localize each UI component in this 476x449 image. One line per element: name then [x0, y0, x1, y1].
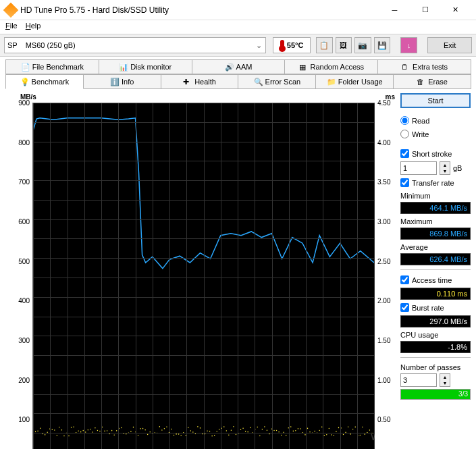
access-time-label: Access time — [412, 276, 452, 284]
svg-point-130 — [343, 434, 344, 435]
y2-tick: 2.00 — [377, 297, 396, 305]
svg-point-111 — [298, 428, 298, 429]
svg-point-59 — [174, 435, 174, 436]
svg-point-65 — [188, 427, 188, 428]
random-icon: ▦ — [299, 63, 307, 71]
write-radio[interactable] — [400, 130, 409, 138]
burst-rate-checkbox[interactable] — [400, 303, 409, 312]
y2-tick: 4.00 — [377, 138, 396, 146]
y2-tick: 4.50 — [377, 99, 396, 107]
svg-point-126 — [334, 435, 334, 436]
tab-erase[interactable]: 🗑Erase — [393, 74, 471, 89]
svg-point-17 — [73, 427, 74, 428]
svg-point-134 — [352, 429, 353, 430]
svg-point-23 — [88, 429, 88, 431]
drive-prefix: SP — [7, 41, 18, 49]
exit-button[interactable]: Exit — [427, 37, 472, 53]
svg-point-80 — [223, 426, 224, 427]
svg-point-106 — [286, 435, 286, 436]
svg-point-21 — [83, 430, 84, 431]
svg-point-98 — [267, 430, 267, 431]
menu-help[interactable]: Help — [26, 22, 41, 32]
minimize-button[interactable]: ─ — [379, 1, 410, 20]
passes-stepper[interactable]: ▲▼ — [440, 373, 450, 387]
short-stroke-input[interactable] — [400, 161, 437, 175]
save-button[interactable]: 💾 — [374, 37, 390, 53]
tab-folder-usage[interactable]: 📁Folder Usage — [315, 74, 394, 89]
svg-point-78 — [219, 429, 219, 430]
svg-point-82 — [228, 435, 229, 436]
access-time-checkbox[interactable] — [400, 275, 409, 284]
options-button[interactable]: ↓ — [400, 37, 417, 53]
svg-point-46 — [142, 428, 143, 429]
svg-point-44 — [138, 435, 138, 436]
toolbar: SP MS60 (250 gB) ⌄ 55°C 📋 🖼 📷 💾 ↓ Exit — [0, 34, 476, 57]
svg-point-139 — [365, 433, 365, 435]
svg-point-9 — [54, 429, 55, 431]
tab-error-scan[interactable]: 🔍Error Scan — [238, 74, 316, 89]
svg-point-129 — [340, 427, 341, 429]
error-icon: 🔍 — [254, 78, 262, 86]
tab-extra-tests[interactable]: 🗒Extra tests — [377, 59, 471, 74]
cpu-usage-label: CPU usage — [400, 331, 471, 339]
start-button[interactable]: Start — [400, 93, 471, 108]
progress-bar: 3/3 — [400, 389, 471, 400]
svg-point-27 — [97, 430, 98, 431]
erase-icon: 🗑 — [417, 78, 425, 86]
y2-tick: 3.00 — [377, 218, 396, 226]
y2-tick: 3.50 — [377, 178, 396, 186]
passes-input[interactable] — [400, 373, 437, 387]
screenshot-button[interactable]: 📷 — [354, 37, 371, 53]
svg-point-60 — [176, 433, 176, 435]
svg-point-96 — [262, 429, 263, 430]
menu-file[interactable]: File — [5, 22, 18, 32]
svg-point-121 — [321, 427, 322, 428]
svg-point-24 — [90, 429, 90, 430]
svg-point-62 — [180, 435, 181, 436]
tab-aam[interactable]: 🔊AAM — [192, 59, 286, 74]
copy-info-button[interactable]: 📋 — [316, 37, 332, 53]
svg-point-31 — [107, 430, 107, 431]
tab-random-access[interactable]: ▦Random Access — [284, 59, 378, 74]
extra-icon: 🗒 — [401, 63, 409, 71]
short-stroke-stepper[interactable]: ▲▼ — [440, 161, 450, 175]
read-radio[interactable] — [400, 116, 409, 125]
tab-info[interactable]: ℹ️Info — [83, 74, 161, 89]
svg-point-127 — [336, 431, 336, 432]
bench-icon: 💡 — [20, 78, 28, 86]
svg-point-69 — [197, 426, 198, 427]
svg-point-48 — [147, 434, 148, 435]
tab-health[interactable]: ✚Health — [161, 74, 239, 89]
svg-point-61 — [178, 433, 179, 435]
svg-point-122 — [324, 435, 325, 436]
svg-point-58 — [171, 429, 171, 430]
drive-select[interactable]: SP MS60 (250 gB) ⌄ — [4, 37, 266, 53]
svg-point-13 — [63, 435, 64, 437]
svg-point-56 — [166, 426, 167, 427]
svg-point-132 — [348, 426, 348, 427]
svg-point-26 — [95, 427, 95, 429]
tab-disk-monitor[interactable]: 📊Disk monitor — [99, 59, 192, 74]
svg-point-141 — [369, 429, 370, 431]
y-tick: 700 — [5, 178, 30, 186]
close-button[interactable]: ✕ — [440, 1, 471, 20]
chart-area: MB/s ms 100200300400500600700800900 0.50… — [5, 93, 396, 449]
tab-benchmark[interactable]: 💡Benchmark — [5, 74, 84, 89]
y-tick: 200 — [5, 376, 30, 384]
svg-point-74 — [209, 431, 210, 432]
svg-point-54 — [161, 429, 162, 431]
maximize-button[interactable]: ☐ — [410, 1, 440, 20]
y-tick: 600 — [5, 218, 30, 226]
short-stroke-checkbox[interactable] — [400, 149, 409, 158]
svg-point-1 — [35, 431, 36, 433]
svg-point-42 — [133, 427, 134, 428]
transfer-rate-checkbox[interactable] — [400, 178, 409, 187]
tab-file-benchmark[interactable]: 📄File Benchmark — [5, 59, 99, 74]
svg-point-73 — [207, 430, 207, 431]
copy-screenshot-button[interactable]: 🖼 — [336, 37, 352, 53]
short-stroke-label: Short stroke — [412, 150, 452, 158]
folder-icon: 📁 — [327, 78, 335, 86]
svg-point-128 — [338, 427, 339, 429]
svg-point-112 — [300, 428, 300, 429]
sidebar: Start Read Write Short stroke ▲▼ gB Tran… — [400, 93, 471, 449]
